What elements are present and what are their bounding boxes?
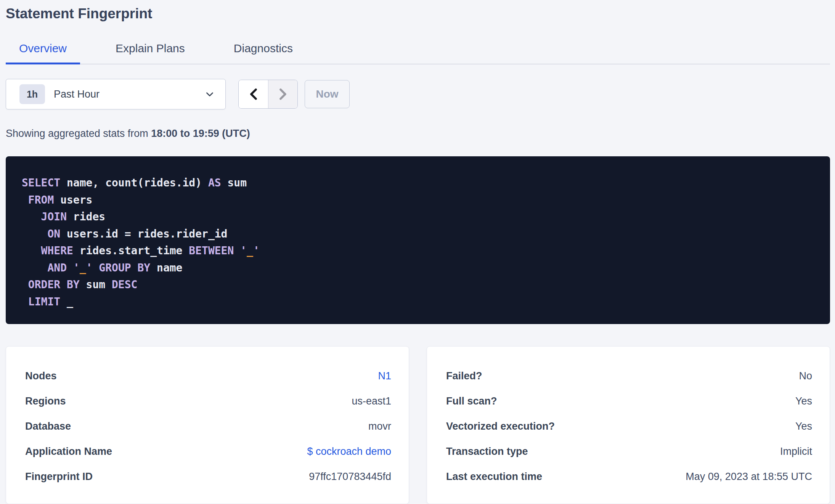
sql-statement-box: SELECT name, count(rides.id) AS sum FROM… bbox=[6, 156, 830, 324]
row-label: Full scan? bbox=[446, 395, 497, 407]
time-window-nav bbox=[238, 80, 298, 109]
row-label: Database bbox=[25, 421, 71, 432]
execution-attributes-card: Failed?NoFull scan?YesVectorized executi… bbox=[427, 346, 830, 504]
sql-line: ON users.id = rides.rider_id bbox=[22, 226, 815, 243]
sql-line: JOIN rides bbox=[22, 209, 815, 226]
summary-cards: NodesN1Regionsus-east1DatabasemovrApplic… bbox=[6, 346, 830, 504]
time-range-label: Past Hour bbox=[54, 88, 205, 100]
row-label: Last execution time bbox=[446, 471, 542, 483]
row-full-scan: Full scan?Yes bbox=[446, 395, 812, 407]
sql-line: LIMIT _ bbox=[22, 294, 815, 311]
time-range-dropdown[interactable]: 1h Past Hour bbox=[6, 79, 226, 109]
row-failed: Failed?No bbox=[446, 370, 812, 382]
row-value: Yes bbox=[795, 395, 812, 407]
tab-diagnostics[interactable]: Diagnostics bbox=[220, 42, 306, 64]
stats-summary-prefix: Showing aggregated stats from bbox=[6, 128, 151, 139]
next-time-window-button[interactable] bbox=[268, 80, 297, 108]
row-value: Implicit bbox=[780, 446, 812, 457]
stats-summary-range: 18:00 to 19:59 (UTC) bbox=[151, 128, 250, 139]
row-label: Fingerprint ID bbox=[25, 471, 93, 483]
row-label: Transaction type bbox=[446, 446, 528, 457]
sql-line: WHERE rides.start_time BETWEEN '_' bbox=[22, 242, 815, 260]
chevron-down-icon bbox=[205, 89, 215, 99]
row-label: Vectorized execution? bbox=[446, 421, 555, 432]
sql-line: ORDER BY sum DESC bbox=[22, 276, 815, 294]
row-value-link[interactable]: N1 bbox=[378, 370, 391, 382]
now-button[interactable]: Now bbox=[305, 80, 350, 108]
row-transaction-type: Transaction typeImplicit bbox=[446, 446, 812, 457]
row-value: No bbox=[799, 370, 812, 382]
tab-overview[interactable]: Overview bbox=[6, 42, 80, 64]
row-label: Application Name bbox=[25, 446, 112, 457]
sql-line: AND '_' GROUP BY name bbox=[22, 260, 815, 277]
row-value-link[interactable]: $ cockroach demo bbox=[307, 446, 391, 457]
sql-line: SELECT name, count(rides.id) AS sum bbox=[22, 175, 815, 192]
time-controls: 1h Past Hour Now bbox=[6, 79, 830, 109]
row-value: movr bbox=[368, 421, 391, 432]
tabs: OverviewExplain PlansDiagnostics bbox=[6, 42, 830, 64]
row-value: Yes bbox=[795, 421, 812, 432]
statement-fingerprint-page: Statement Fingerprint OverviewExplain Pl… bbox=[0, 5, 835, 504]
tab-explain-plans[interactable]: Explain Plans bbox=[102, 42, 198, 64]
time-range-badge: 1h bbox=[19, 84, 45, 104]
page-title: Statement Fingerprint bbox=[6, 5, 830, 22]
prev-time-window-button[interactable] bbox=[239, 80, 268, 108]
row-value: us-east1 bbox=[352, 395, 391, 407]
sql-line: FROM users bbox=[22, 192, 815, 209]
row-label: Failed? bbox=[446, 370, 482, 382]
row-value: May 09, 2023 at 18:55 UTC bbox=[686, 471, 812, 483]
row-regions: Regionsus-east1 bbox=[25, 395, 391, 407]
row-value: 97ffc170783445fd bbox=[309, 471, 391, 483]
sql-code: SELECT name, count(rides.id) AS sum FROM… bbox=[22, 175, 815, 310]
row-vectorized-execution: Vectorized execution?Yes bbox=[446, 421, 812, 432]
chevron-right-icon bbox=[277, 88, 289, 101]
chevron-left-icon bbox=[248, 88, 259, 101]
row-label: Regions bbox=[25, 395, 66, 407]
row-application-name: Application Name$ cockroach demo bbox=[25, 446, 391, 457]
stats-summary: Showing aggregated stats from 18:00 to 1… bbox=[6, 128, 830, 140]
row-label: Nodes bbox=[25, 370, 57, 382]
statement-details-card: NodesN1Regionsus-east1DatabasemovrApplic… bbox=[6, 346, 409, 504]
row-nodes: NodesN1 bbox=[25, 370, 391, 382]
row-last-execution-time: Last execution timeMay 09, 2023 at 18:55… bbox=[446, 471, 812, 483]
row-fingerprint-id: Fingerprint ID97ffc170783445fd bbox=[25, 471, 391, 483]
row-database: Databasemovr bbox=[25, 421, 391, 432]
